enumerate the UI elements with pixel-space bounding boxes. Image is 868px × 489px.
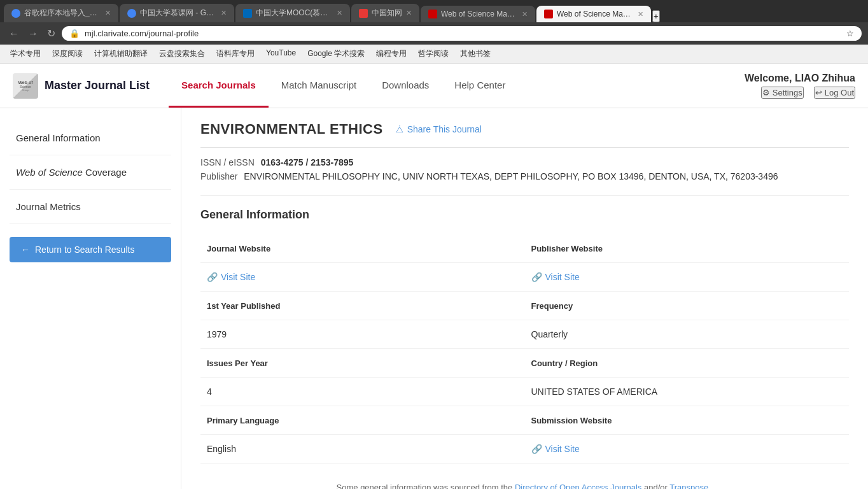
footer-and-text: and/or	[644, 483, 669, 489]
settings-icon: ⚙	[762, 88, 770, 97]
browser-tab-4[interactable]: 中国知网 ✕	[351, 4, 419, 22]
browser-tab-2[interactable]: 中国大学慕课网 - Goo... ✕	[120, 4, 234, 22]
bookmark-6[interactable]: YouTube	[261, 47, 301, 60]
sidebar-item-wos-coverage[interactable]: Web of Science Coverage	[10, 155, 171, 190]
external-link-icon-1: 🔗	[207, 272, 218, 282]
year-published-label-cell: 1st Year Published	[200, 292, 525, 320]
bookmark-3[interactable]: 计算机辅助翻译	[89, 47, 153, 60]
tab-help-center-label: Help Center	[454, 80, 505, 90]
journal-website-label: Journal Website	[207, 244, 270, 253]
sidebar-item-wos-coverage-label: Web of Science Coverage	[16, 167, 127, 178]
tab-close-3[interactable]: ✕	[337, 9, 342, 17]
primary-language-label: Primary Language	[207, 416, 279, 425]
tab-title-5: Web of Science Mast...	[441, 10, 518, 18]
external-link-icon-2: 🔗	[531, 272, 542, 282]
tab-favicon-3	[243, 9, 252, 18]
logout-icon: ↩	[815, 88, 822, 97]
welcome-text: Welcome, LIAO Zhihua	[745, 73, 855, 84]
tab-close-1[interactable]: ✕	[105, 9, 111, 17]
doaj-link[interactable]: Directory of Open Access Journals	[515, 483, 641, 489]
browser-tab-3[interactable]: 中国大学MOOC(慕课)... ✕	[235, 4, 350, 22]
submission-website-label-cell: Submission Website	[525, 406, 850, 435]
frequency-label-cell: Frequency	[525, 292, 850, 320]
tab-favicon-5	[428, 10, 437, 18]
publisher-website-visit-link[interactable]: 🔗 Visit Site	[531, 272, 843, 282]
logout-label: Log Out	[825, 88, 854, 97]
header-right: Welcome, LIAO Zhihua ⚙ Settings ↩ Log Ou…	[745, 73, 855, 99]
tab-close-5[interactable]: ✕	[522, 10, 528, 18]
star-icon[interactable]: ☆	[846, 29, 854, 38]
bookmark-5[interactable]: 语料库专用	[211, 47, 260, 60]
tab-close-4[interactable]: ✕	[406, 9, 412, 17]
tab-title-1: 谷歌程序本地导入_百度 ×	[24, 8, 101, 18]
tab-match-manuscript[interactable]: Match Manuscript	[269, 64, 369, 108]
sidebar-item-journal-metrics[interactable]: Journal Metrics	[10, 190, 171, 224]
journal-header: ENVIRONMENTAL ETHICS ⧊ Share This Journa…	[200, 121, 849, 148]
bookmark-2[interactable]: 深度阅读	[47, 47, 88, 60]
frequency-value: Quarterly	[531, 329, 568, 339]
tab-help-center[interactable]: Help Center	[442, 64, 518, 108]
journal-website-value-cell: 🔗 Visit Site	[200, 263, 525, 292]
browser-tab-1[interactable]: 谷歌程序本地导入_百度 × ✕	[4, 4, 118, 22]
primary-language-value: English	[207, 444, 236, 454]
new-tab-button[interactable]: +	[652, 10, 660, 22]
browser-tab-5[interactable]: Web of Science Mast... ✕	[421, 6, 535, 22]
journal-website-visit-link[interactable]: 🔗 Visit Site	[207, 272, 519, 282]
share-journal-button[interactable]: ⧊ Share This Journal	[396, 124, 482, 135]
publisher-website-value-cell: 🔗 Visit Site	[525, 263, 850, 292]
issn-row: ISSN / eISSN 0163-4275 / 2153-7895	[200, 157, 849, 167]
country-label-cell: Country / Region	[525, 349, 850, 378]
wos-logo-icon: Web of Science Group	[13, 73, 38, 99]
return-to-search-button[interactable]: ← Return to Search Results	[10, 237, 171, 262]
sidebar: General Information Web of Science Cover…	[0, 108, 181, 489]
sidebar-item-general-info[interactable]: General Information	[10, 121, 171, 155]
section-general-info-title: General Information	[200, 208, 849, 222]
publisher-label: Publisher	[200, 171, 237, 181]
settings-button[interactable]: ⚙ Settings	[761, 87, 804, 99]
bookmark-4[interactable]: 云盘搜索集合	[154, 47, 210, 60]
submission-website-visit-link[interactable]: 🔗 Visit Site	[531, 444, 843, 454]
issn-value: 0163-4275 / 2153-7895	[261, 157, 354, 167]
publisher-website-label-cell: Publisher Website	[525, 234, 850, 263]
reload-button[interactable]: ↻	[45, 26, 58, 41]
publisher-website-label: Publisher Website	[531, 244, 603, 253]
share-icon: ⧊	[396, 124, 403, 135]
frequency-label: Frequency	[531, 301, 573, 311]
address-bar[interactable]: 🔒 mjl.clarivate.com/journal-profile ☆	[62, 26, 862, 41]
bookmark-1[interactable]: 学术专用	[5, 47, 46, 60]
bookmark-7[interactable]: Google 学术搜索	[302, 47, 370, 60]
journal-website-visit-label: Visit Site	[221, 272, 255, 282]
external-link-icon-3: 🔗	[531, 444, 542, 454]
tab-search-journals[interactable]: Search Journals	[169, 64, 269, 108]
logout-button[interactable]: ↩ Log Out	[814, 87, 855, 99]
tab-close-2[interactable]: ✕	[221, 9, 227, 17]
return-btn-label: Return to Search Results	[35, 244, 134, 255]
back-button[interactable]: ←	[6, 27, 22, 41]
tab-close-6[interactable]: ✕	[638, 10, 643, 18]
app-body: General Information Web of Science Cover…	[0, 108, 868, 489]
share-label: Share This Journal	[407, 124, 482, 134]
journal-meta: ISSN / eISSN 0163-4275 / 2153-7895 Publi…	[200, 157, 849, 195]
forward-button[interactable]: →	[25, 27, 41, 41]
bookmark-10[interactable]: 其他书签	[455, 47, 496, 60]
tab-favicon-2	[127, 9, 136, 18]
country-value-cell: UNITED STATES OF AMERICA	[525, 378, 850, 406]
tab-title-2: 中国大学慕课网 - Goo...	[140, 8, 217, 18]
tab-downloads[interactable]: Downloads	[369, 64, 442, 108]
issues-per-year-label-cell: Issues Per Year	[200, 349, 525, 378]
tab-search-journals-label: Search Journals	[181, 80, 256, 90]
address-text[interactable]: mjl.clarivate.com/journal-profile	[85, 29, 841, 38]
bookmark-8[interactable]: 编程专用	[371, 47, 412, 60]
journal-website-label-cell: Journal Website	[200, 234, 525, 263]
bookmark-9[interactable]: 哲学阅读	[413, 47, 454, 60]
transpose-link[interactable]: Transpose	[669, 483, 708, 489]
return-arrow-icon: ←	[21, 244, 30, 255]
year-published-value-cell: 1979	[200, 320, 525, 349]
frequency-value-cell: Quarterly	[525, 320, 850, 349]
publisher-value: ENVIRONMENTAL PHILOSOPHY INC, UNIV NORTH…	[244, 171, 778, 181]
browser-tab-6[interactable]: Web of Science Mast... ✕	[536, 6, 651, 22]
tab-match-manuscript-label: Match Manuscript	[281, 80, 356, 90]
footer-note-text: Some general information was sourced fro…	[337, 483, 513, 489]
footer-period: .	[711, 483, 713, 489]
issues-per-year-value: 4	[207, 386, 212, 397]
